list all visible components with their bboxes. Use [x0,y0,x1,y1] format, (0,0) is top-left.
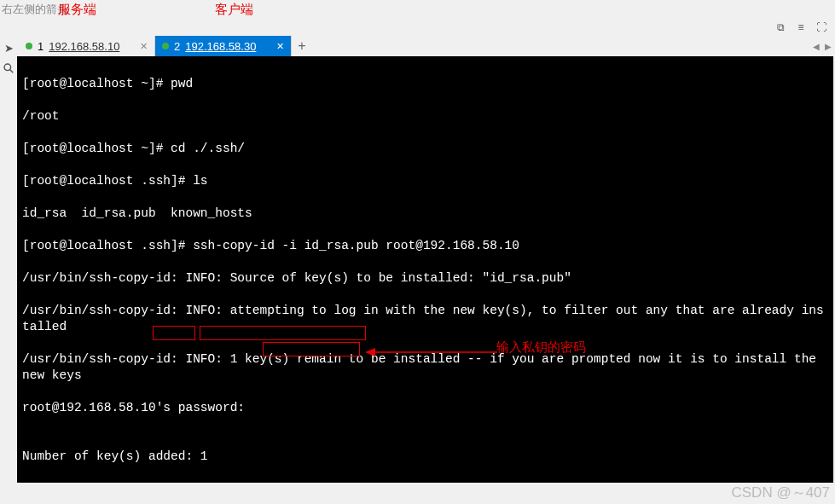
terminal-line: [root@localhost .ssh]# ssh-copy-id -i id… [22,238,828,254]
tab-label: 192.168.58.10 [49,40,119,53]
tab-index: 1 [38,40,43,53]
terminal-line: /root [22,108,828,125]
svg-point-0 [4,64,11,71]
svg-line-1 [10,70,14,73]
annotation-text: 输入私钥的密码 [496,339,586,356]
menu-icon[interactable]: ≡ [794,20,808,34]
terminal-line: root@192.168.58.10's password: [22,400,828,416]
tab-prev-icon[interactable]: ◀ [813,42,820,51]
toolbar: ⧉ ≡ ⛶ [0,19,835,36]
tab-next-icon[interactable]: ▶ [825,42,832,51]
terminal-line: [root@localhost ~]# cd ./.ssh/ [22,141,828,157]
tab-nav: ◀ ▶ [813,36,832,56]
arrow-icon[interactable]: ➤ [2,41,15,55]
terminal-line: /usr/bin/ssh-copy-id: INFO: attempting t… [22,303,828,335]
fullscreen-icon[interactable]: ⛶ [815,20,828,34]
tab-session-2[interactable]: 2 192.168.58.30 ✕ [155,36,292,56]
status-dot-icon [26,43,32,49]
left-sidebar: ➤ [0,36,17,488]
close-icon[interactable]: ✕ [140,41,148,52]
annotation-server-label: 服务端 [58,2,96,18]
tab-index: 2 [174,40,180,53]
annotation-header: 右左侧的箭头 服务端 客户端 [0,0,835,19]
annotation-client-label: 客户端 [215,2,253,18]
watermark: CSDN @～407 [731,483,830,502]
tab-bar: 1 192.168.58.10 ✕ 2 192.168.58.30 ✕ + ◀ … [0,36,835,56]
terminal-line: /usr/bin/ssh-copy-id: INFO: 1 key(s) rem… [22,351,828,384]
terminal-line: id_rsa id_rsa.pub known_hosts [22,206,828,222]
tab-label: 192.168.58.30 [185,40,256,53]
terminal-line: /usr/bin/ssh-copy-id: INFO: Source of ke… [22,270,828,287]
add-tab-button[interactable]: + [292,36,312,56]
tab-session-1[interactable]: 1 192.168.58.10 ✕ [19,36,155,56]
terminal-line: [root@localhost .ssh]# ls [22,173,828,189]
terminal-line: Number of key(s) added: 1 [22,449,828,465]
search-icon[interactable] [2,61,15,75]
window-icon[interactable]: ⧉ [774,20,787,34]
terminal-output[interactable]: [root@localhost ~]# pwd /root [root@loca… [17,56,833,483]
close-icon[interactable]: ✕ [276,41,284,52]
terminal-line: [root@localhost ~]# pwd [22,76,828,92]
status-dot-icon [162,43,169,49]
